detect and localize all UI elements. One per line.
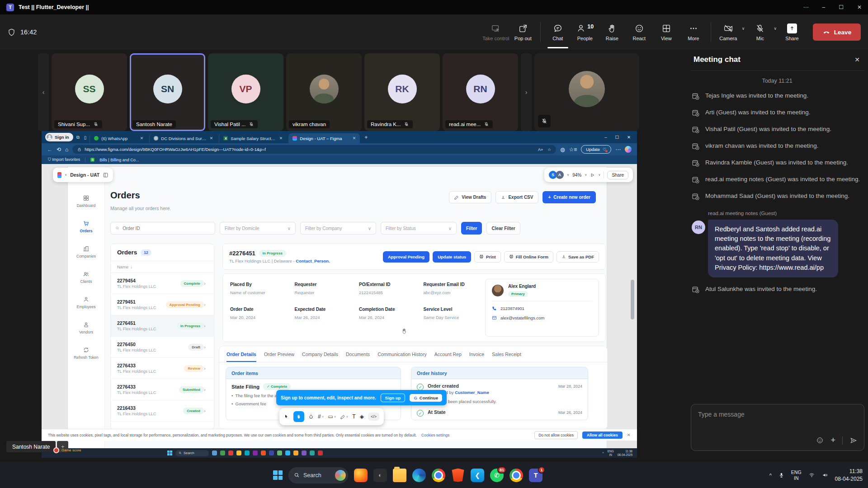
people-button[interactable]: 10 People — [571, 21, 599, 44]
sign-up-button[interactable]: Sign up — [381, 394, 406, 402]
favorite-star-icon[interactable]: ☆ — [547, 147, 551, 152]
taskbar-app-icon[interactable] — [277, 450, 282, 455]
start-button[interactable] — [273, 470, 283, 480]
camera-button[interactable]: Camera — [715, 21, 742, 44]
shared-search-box[interactable]: Search — [175, 450, 209, 456]
order-row[interactable]: 2279454TL Flex Holdings LLC Complete › — [111, 273, 214, 294]
contact-person-link[interactable]: Contact_Person. — [296, 258, 330, 263]
taskbar-app-icon[interactable] — [228, 450, 233, 455]
taskbar-app-icon[interactable] — [318, 450, 323, 455]
pen-tool-icon[interactable]: ∨ — [340, 414, 349, 419]
participant-tile-active-speaker[interactable]: SN Santosh Narate — [130, 53, 205, 131]
close-button[interactable]: ✕ — [857, 4, 862, 10]
figma-share-button[interactable]: Share — [607, 171, 628, 179]
shared-tray-chevron-icon[interactable]: ^ — [602, 451, 604, 455]
favorites-bar-icon[interactable]: ☆≡ — [569, 146, 577, 153]
maximize-button[interactable]: ☐ — [839, 4, 844, 10]
order-row[interactable]: 2276433TL Flex Holdings LLC Review › — [111, 358, 214, 379]
more-button[interactable]: More — [680, 21, 707, 44]
taskbar-app-icon[interactable] — [245, 450, 250, 455]
copilot-icon[interactable] — [625, 146, 632, 153]
wifi-icon[interactable] — [808, 472, 815, 478]
sidebar-item-companies[interactable]: Companies — [76, 245, 96, 258]
self-video-tile[interactable] — [534, 53, 639, 131]
move-tool-icon[interactable] — [284, 414, 289, 419]
update-status-button[interactable]: Update status — [433, 251, 471, 263]
shared-start-icon[interactable] — [167, 450, 172, 455]
import-favorites-link[interactable]: ⛉ Import favorites — [48, 157, 80, 162]
google-continue-button[interactable]: GContinue — [410, 394, 442, 402]
tab-close-icon[interactable]: ✕ — [353, 136, 356, 141]
minimize-button[interactable]: – — [822, 4, 825, 10]
browser-minimize-icon[interactable]: – — [604, 135, 607, 140]
print-button[interactable]: Print — [474, 251, 501, 263]
deny-cookies-button[interactable]: Do not allow cookies — [534, 431, 578, 439]
taskbar-app-icon[interactable] — [293, 450, 298, 455]
order-row-selected[interactable]: 2276451TL Flex Holdings LLC In Progress … — [111, 315, 214, 337]
home-icon[interactable]: ⌂ — [65, 146, 68, 153]
pop-out-button[interactable]: Pop out — [509, 21, 537, 44]
volume-icon[interactable] — [822, 472, 828, 478]
zoom-level[interactable]: 94% — [572, 173, 581, 178]
order-row[interactable]: 2216433TL Flex Holdings LLC Created › — [111, 400, 214, 422]
list-column-header[interactable]: Name↓ — [111, 261, 214, 273]
allow-cookies-button[interactable]: Allow all cookies — [582, 432, 623, 439]
mic-options-chevron[interactable]: ∨ — [774, 26, 777, 31]
taskbar-app-icon[interactable] — [302, 450, 307, 455]
taskbar-app-icon[interactable] — [236, 450, 241, 455]
chat-button[interactable]: Chat — [544, 21, 571, 44]
browser-tab[interactable]: (6) WhatsApp✕ — [90, 133, 147, 143]
browser-tab-active[interactable]: Design - UAT – Figma✕ — [288, 133, 360, 143]
brave-icon[interactable] — [451, 469, 465, 482]
participant-tile[interactable]: VP Vishal Patil ... — [208, 53, 283, 131]
tab-actions-icon[interactable]: ⧉ — [76, 135, 80, 140]
create-new-order-button[interactable]: + Create new order — [542, 191, 596, 203]
language-indicator[interactable]: ENGIN — [791, 469, 802, 481]
approval-pending-button[interactable]: Approval Pending — [383, 251, 429, 263]
customer-name-link[interactable]: Customer_Name — [455, 390, 489, 395]
contact-email[interactable]: alex@vstatefilings.com — [492, 315, 592, 320]
scroll-right-button[interactable]: › — [521, 53, 532, 131]
tab-order-preview[interactable]: Order Preview — [264, 352, 294, 362]
taskbar-app-icon[interactable] — [269, 450, 274, 455]
tab-company-details[interactable]: Company Details — [302, 352, 338, 362]
tab-order-details[interactable]: Order Details — [226, 352, 256, 362]
chat-message-input[interactable] — [698, 411, 857, 418]
contact-phone[interactable]: 2123874901 — [492, 306, 592, 311]
raise-hand-button[interactable]: Raise — [599, 21, 626, 44]
sidebar-item-clients[interactable]: Clients — [80, 271, 92, 284]
browser-tab[interactable]: X Sample Salary Structure with calc✕ — [219, 133, 287, 143]
chat-message-list[interactable]: Today 11:21 Tejas Ingle was invited to t… — [691, 71, 864, 404]
order-row[interactable]: 2276450TL Flex Holdings LLC Draft › — [111, 337, 214, 358]
chevron-down-icon[interactable]: ∨ — [567, 173, 569, 177]
new-tab-button[interactable]: + — [364, 134, 368, 141]
back-icon[interactable]: ← — [47, 146, 52, 153]
refresh-icon[interactable]: ⟲ — [57, 146, 61, 153]
view-button[interactable]: View — [653, 21, 680, 44]
tab-account-rep[interactable]: Account Rep — [434, 352, 462, 362]
participant-tile[interactable]: SS Shivani Sup... — [52, 53, 127, 131]
order-row[interactable]: 2279451TL Flex Holdings LLC Approval Pen… — [111, 294, 214, 315]
order-row[interactable]: 2276433TL Flex Holdings LLC Submitted › — [111, 379, 214, 400]
shared-language-indicator[interactable]: ENGIN — [608, 450, 614, 456]
code-app-icon[interactable]: ❮ — [471, 469, 484, 482]
emoji-icon[interactable] — [816, 436, 824, 444]
participant-tile[interactable]: RN read.ai mee... — [443, 53, 518, 131]
share-button[interactable]: Share — [778, 21, 806, 44]
chevron-down-icon[interactable]: ∨ — [598, 173, 600, 177]
sidebar-item-dashboard[interactable]: Dashboard — [77, 195, 96, 208]
chevron-down-icon[interactable]: ∨ — [65, 173, 67, 177]
sidebar-item-refresh-token[interactable]: Refresh Token — [74, 347, 99, 360]
frame-tool-icon[interactable]: #∨ — [318, 413, 324, 420]
taskbar-app-icon[interactable] — [253, 450, 258, 455]
taskbar-app-icon[interactable] — [285, 450, 290, 455]
ink-tool-icon[interactable] — [308, 414, 314, 419]
bookmark-bills[interactable]: Bills | Billing and Co... — [99, 158, 139, 162]
taskbar-search-box[interactable]: Search — [288, 467, 348, 483]
tray-mic-icon[interactable] — [778, 472, 784, 478]
layout-icon[interactable] — [103, 172, 108, 178]
browser-close-icon[interactable]: ✕ — [627, 135, 631, 140]
edge-icon[interactable] — [412, 469, 426, 482]
browser-menu-icon[interactable]: ⋯ — [615, 146, 621, 153]
vertical-tabs-icon[interactable]: ▯ — [84, 135, 87, 140]
